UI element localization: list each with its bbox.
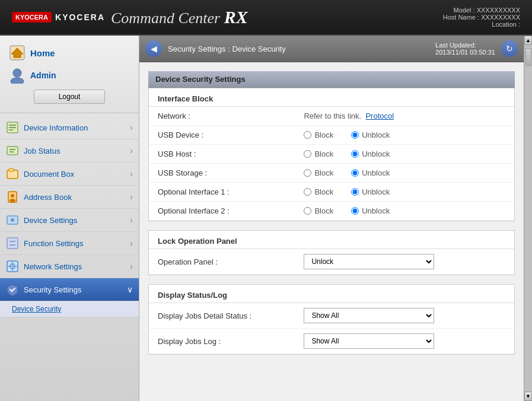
sidebar-item-job-status[interactable]: Job Status › — [0, 139, 139, 163]
opt-interface1-block-radio[interactable] — [304, 188, 311, 196]
display-jobs-log-select[interactable]: Show All Hide All Show Only Login User — [304, 333, 434, 349]
kyocera-text: KYOCERA — [55, 12, 105, 22]
opt-interface1-unblock-radio[interactable] — [351, 188, 359, 196]
model-label: Model : — [453, 7, 474, 14]
operation-panel-select[interactable]: Unlock Lock — [304, 254, 434, 269]
last-updated-label: Last Updated: — [435, 42, 495, 49]
svg-point-14 — [11, 194, 14, 198]
hostname-value: XXXXXXXXX — [481, 14, 520, 21]
logout-button[interactable]: Logout — [34, 90, 105, 104]
table-row: Network : Refer to this link. Protocol — [149, 107, 514, 126]
opt-interface2-unblock-radio[interactable] — [351, 207, 359, 215]
display-status-log-panel: Display Status/Log Display Jobs Detail S… — [148, 284, 515, 355]
sidebar-item-label: Function Settings — [24, 239, 83, 248]
usb-host-unblock-radio[interactable] — [351, 150, 359, 158]
back-button[interactable]: ◀ — [145, 40, 162, 57]
svg-point-2 — [13, 69, 21, 77]
display-status-table: Display Jobs Detail Status : Show All Hi… — [149, 303, 514, 354]
sidebar: Home Admin Logout — [0, 36, 139, 401]
sidebar-item-address-book[interactable]: Address Book › — [0, 186, 139, 209]
admin-label: Admin — [30, 71, 56, 80]
usb-device-block-radio[interactable] — [304, 131, 311, 139]
table-row: Display Jobs Detail Status : Show All Hi… — [149, 303, 514, 329]
document-box-icon — [6, 167, 19, 180]
refresh-button[interactable]: ↻ — [501, 40, 518, 57]
svg-rect-8 — [7, 147, 18, 155]
row-value: Block Unblock — [295, 145, 514, 164]
header-info: Model : XXXXXXXXXX Host Name : XXXXXXXXX… — [443, 7, 520, 28]
hostname-label: Host Name : — [443, 14, 479, 21]
row-label: Network : — [149, 107, 295, 126]
row-value: Show All Hide All Show Only Login User — [295, 329, 514, 354]
row-label: Display Jobs Detail Status : — [149, 303, 295, 329]
row-label: USB Host : — [149, 145, 295, 164]
display-status-title: Display Status/Log — [149, 285, 514, 303]
admin-row: Admin — [6, 64, 133, 87]
sidebar-item-device-settings[interactable]: Device Settings › — [0, 209, 139, 232]
sidebar-item-label: Device Settings — [24, 216, 77, 225]
row-label: USB Storage : — [149, 164, 295, 183]
protocol-link[interactable]: Protocol — [365, 112, 394, 120]
sidebar-item-label: Device Information — [24, 123, 88, 132]
section-title: Device Security Settings — [148, 71, 515, 88]
opt-interface2-block-radio[interactable] — [304, 207, 311, 215]
sidebar-item-device-security[interactable]: Device Security — [0, 301, 139, 317]
header-logo: KYOCERA KYOCERA Command Center RX — [12, 7, 248, 27]
scroll-down-button[interactable]: ▼ — [524, 392, 532, 401]
usb-host-unblock-label: Unblock — [362, 149, 390, 158]
interface-block-panel: Interface Block Network : Refer to this … — [148, 88, 515, 221]
sidebar-item-function-settings[interactable]: Function Settings › — [0, 232, 139, 255]
row-label: Display Jobs Log : — [149, 329, 295, 354]
device-info-icon — [6, 121, 19, 134]
usb-storage-unblock-radio[interactable] — [351, 169, 359, 177]
admin-icon — [9, 67, 26, 84]
sidebar-item-device-information[interactable]: Device Information › — [0, 116, 139, 139]
table-row: USB Storage : Block — [149, 164, 514, 183]
address-book-icon — [6, 190, 19, 203]
table-row: Display Jobs Log : Show All Hide All Sho… — [149, 329, 514, 354]
kyocera-badge: KYOCERA — [12, 12, 52, 23]
table-row: USB Host : Block — [149, 145, 514, 164]
device-settings-icon — [6, 214, 19, 227]
scroll-up-button[interactable]: ▲ — [524, 36, 532, 45]
table-row: Optional Interface 2 : Block — [149, 202, 514, 221]
svg-point-15 — [9, 199, 15, 202]
home-label: Home — [30, 48, 55, 58]
home-link[interactable]: Home — [6, 42, 133, 64]
scroll-thumb[interactable] — [525, 48, 531, 66]
row-label: Optional Interface 1 : — [149, 183, 295, 202]
lock-operation-panel: Lock Operation Panel Operation Panel : U… — [148, 230, 515, 275]
usb-storage-block-radio[interactable] — [304, 169, 311, 177]
display-jobs-detail-select[interactable]: Show All Hide All Show Only Login User — [304, 308, 434, 323]
opt-interface1-block-label: Block — [314, 187, 333, 196]
nav-arrow: › — [130, 123, 133, 132]
header: KYOCERA KYOCERA Command Center RX Model … — [0, 0, 532, 36]
last-updated: Last Updated: 2013/11/01 03:50:31 — [435, 42, 495, 56]
usb-device-unblock-radio[interactable] — [351, 131, 359, 139]
usb-host-block-radio[interactable] — [304, 150, 311, 158]
table-row: Operation Panel : Unlock Lock — [149, 249, 514, 275]
sidebar-item-network-settings[interactable]: Network Settings › — [0, 255, 139, 278]
sidebar-item-document-box[interactable]: Document Box › — [0, 163, 139, 186]
home-icon — [9, 44, 26, 61]
sidebar-item-security-settings[interactable]: Security Settings ∨ — [0, 278, 139, 301]
sidebar-item-label: Address Book — [24, 193, 72, 202]
breadcrumb-path: Security Settings : Device Security — [168, 44, 286, 53]
opt-interface2-unblock-label: Unblock — [362, 206, 390, 215]
opt-interface2-block-label: Block — [314, 206, 333, 215]
page-content: Device Security Settings Interface Block… — [139, 62, 524, 401]
outer-scrollbar[interactable]: ▲ ▼ — [524, 36, 532, 401]
sub-nav-label: Device Security — [12, 305, 61, 313]
function-settings-icon — [6, 237, 19, 250]
sidebar-top: Home Admin Logout — [0, 36, 139, 113]
app-title: Command Center RX — [111, 7, 248, 27]
svg-rect-12 — [9, 168, 14, 171]
svg-point-17 — [11, 218, 14, 222]
row-value: Block Unblock — [295, 126, 514, 145]
svg-rect-18 — [7, 238, 18, 249]
sidebar-item-label: Document Box — [24, 170, 74, 179]
content-area: ◀ Security Settings : Device Security La… — [139, 36, 524, 401]
row-value: Block Unblock — [295, 202, 514, 221]
opt-interface1-unblock-label: Unblock — [362, 187, 390, 196]
sidebar-item-label: Security Settings — [24, 285, 82, 294]
